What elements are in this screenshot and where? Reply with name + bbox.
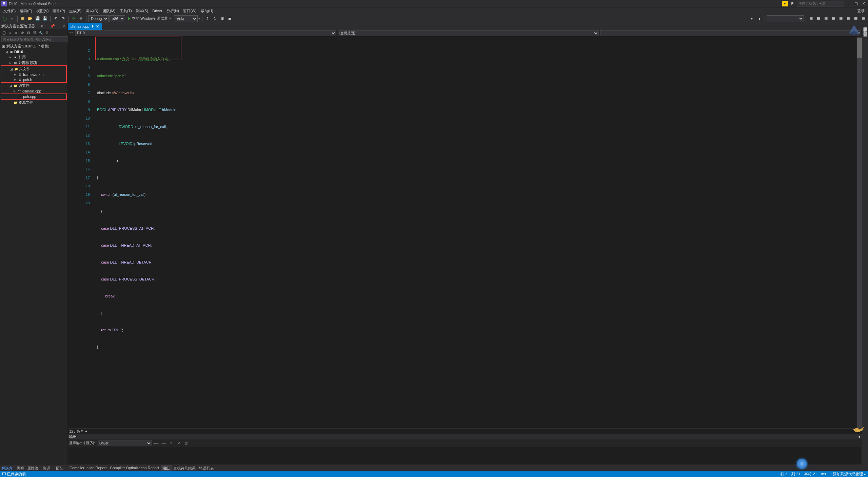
dbg-2-icon[interactable]: ⤵ [212, 15, 218, 22]
tb-y1[interactable]: ▦ [808, 15, 814, 22]
platform-select[interactable]: x86 [110, 15, 125, 22]
sx-back-icon[interactable]: ◯ [1, 30, 7, 35]
dbg-4-icon[interactable]: ☰ [226, 15, 233, 22]
save-icon[interactable]: 💾 [34, 15, 41, 22]
menu-view[interactable]: 视图(V) [34, 8, 51, 14]
close-button[interactable]: ✕ [861, 1, 867, 6]
tb-y6[interactable]: ▦ [845, 15, 852, 22]
minimize-button[interactable]: ─ [846, 1, 852, 6]
zoom-value[interactable]: 123 % [69, 429, 80, 433]
signin-link[interactable]: 登录 [855, 8, 867, 14]
menu-window[interactable]: 窗口(W) [181, 8, 199, 14]
vertical-scrollbar[interactable] [857, 37, 862, 428]
stab-team[interactable]: 团队资.... [55, 465, 68, 471]
tb-y2[interactable]: ▦ [815, 15, 822, 22]
saveall-icon[interactable]: 💾 [42, 15, 48, 22]
quick-launch-input[interactable] [797, 1, 844, 6]
split-left-icon[interactable]: ◂ [85, 429, 87, 433]
status-srcctl[interactable]: ↑ 添加到源代码管理 ▴ [830, 472, 866, 477]
stab-resview[interactable]: 资源视图 [41, 465, 55, 471]
tab-pin-icon[interactable]: 🖈 [91, 24, 95, 28]
nav-scope-select[interactable]: (全局范围) [338, 30, 599, 36]
assistant-circle-icon[interactable] [797, 459, 807, 469]
maximize-button[interactable]: ▢ [853, 1, 859, 6]
right-tab-toolbox[interactable]: 工具箱 [862, 26, 868, 28]
refresh-icon[interactable]: ⟳ [70, 15, 77, 22]
sx-home-icon[interactable]: ⌂ [7, 30, 13, 35]
close-pane-icon[interactable]: ✕ [61, 24, 66, 28]
nav-project-select[interactable]: Dll10 [75, 30, 336, 36]
menu-test[interactable]: 测试(S) [134, 8, 151, 14]
tb-y5[interactable]: ▦ [837, 15, 844, 22]
start-debug-button[interactable]: 本地 Windows 调试器 ▾ [126, 15, 173, 22]
dbg-3-icon[interactable]: ▣ [219, 15, 226, 22]
headers-node[interactable]: ◢📁头文件 [1, 66, 66, 72]
sources-node[interactable]: ◢📁源文件 [1, 83, 67, 88]
menu-file[interactable]: 文件(F) [1, 8, 18, 14]
references-node[interactable]: ▸■引用 [1, 54, 67, 60]
notification-icon[interactable]: ▾ [782, 1, 788, 6]
output-menu-icon[interactable]: ▾ [859, 435, 861, 439]
tab-dllmain[interactable]: dllmain.cpp 🖈 ✕ [68, 23, 102, 30]
menu-analyse[interactable]: 分析(N) [164, 8, 181, 14]
output-btn3[interactable]: ≡ [168, 440, 174, 446]
btab-inline[interactable]: Compiler Inline Report [68, 465, 108, 471]
radio-icon[interactable]: ◉ [78, 15, 84, 22]
btab-output[interactable]: 输出 [161, 465, 172, 471]
config-select[interactable]: Debug [88, 15, 109, 22]
tb-y3[interactable]: ▦ [823, 15, 829, 22]
tb-x3[interactable]: ● [756, 15, 763, 22]
menu-build[interactable]: 生成(B) [67, 8, 84, 14]
output-btn1[interactable]: ⟸ [153, 440, 159, 446]
new-project-icon[interactable]: ▦ [19, 15, 26, 22]
sx-sync-icon[interactable]: ≡ [14, 30, 19, 35]
file-pch-cpp[interactable]: ⁺⁺pch.cpp [1, 94, 66, 99]
stab-solution[interactable]: 解决方案... [0, 465, 15, 471]
menu-project[interactable]: 项目(P) [51, 8, 67, 14]
redo-icon[interactable]: ↷ [60, 15, 66, 22]
btab-find[interactable]: 查找符号结果 [172, 465, 197, 471]
stab-propmgr[interactable]: 属性管理器 [26, 465, 41, 471]
output-btn5[interactable]: ⊡ [183, 440, 189, 446]
file-framework-h[interactable]: ▸🗎framework.h [1, 72, 66, 77]
nav-member-select[interactable] [600, 30, 861, 36]
flag-icon[interactable]: ⚑ [789, 1, 795, 6]
resources-node[interactable]: 📁资源文件 [1, 100, 67, 105]
extra-select[interactable] [767, 15, 804, 22]
menu-team[interactable]: 团队(M) [100, 8, 118, 14]
zoom-dropdown-icon[interactable]: ▾ [81, 429, 83, 433]
output-source-select[interactable]: Driver [98, 440, 152, 446]
menu-debug[interactable]: 调试(D) [84, 8, 100, 14]
nav-fwd-icon[interactable]: ▸ [9, 15, 16, 22]
tb-y7[interactable]: ▦ [852, 15, 859, 22]
project-node[interactable]: ◢▣Dll10 [1, 49, 67, 54]
tb-x1[interactable]: ⋯ [741, 15, 748, 22]
tb-x2[interactable]: ▸ [749, 15, 755, 22]
output-body[interactable] [68, 447, 861, 464]
solution-search-input[interactable] [1, 36, 69, 42]
sx-refresh-icon[interactable]: ⟳ [20, 30, 25, 35]
sx-props-icon[interactable]: 🔧 [38, 30, 43, 35]
output-btn2[interactable]: ⟸ [161, 440, 167, 446]
file-dllmain-cpp[interactable]: ▸⁺⁺dllmain.cpp [1, 88, 67, 94]
code-text[interactable]: // dllmain.cpp : 定义 DLL 应用程序的入口点。 //#inc… [95, 37, 857, 428]
sx-collapse-icon[interactable]: ⊟ [26, 30, 31, 35]
nav-back-icon[interactable]: ◯ [1, 15, 8, 22]
menu-driver[interactable]: Driver [150, 8, 164, 14]
btab-opt[interactable]: Compiler Optimization Report [108, 465, 160, 471]
right-tab-server[interactable]: 服务器资源管理器 [862, 23, 868, 26]
undo-icon[interactable]: ↶ [52, 15, 59, 22]
sx-showall-icon[interactable]: ☷ [32, 30, 37, 35]
stab-classview[interactable]: 类视图 [15, 465, 26, 471]
file-pch-h[interactable]: ▸🗎pch.h [1, 77, 66, 82]
sx-view-icon[interactable]: ⊞ [44, 30, 50, 35]
btab-errors[interactable]: 错误列表 [197, 465, 216, 471]
menu-help[interactable]: 帮助(H) [199, 8, 215, 14]
external-deps-node[interactable]: ▸▦外部依赖项 [1, 60, 67, 66]
solution-root[interactable]: ▣解决方案"Dll10"(1 个项目) [1, 43, 67, 49]
right-tab-translate[interactable]: 翻译 [862, 28, 868, 31]
tb-y8[interactable]: ▦ [860, 15, 867, 22]
tab-close-icon[interactable]: ✕ [96, 24, 99, 29]
menu-tools[interactable]: 工具(T) [118, 8, 134, 14]
attach-select[interactable]: 自动 [174, 15, 198, 22]
